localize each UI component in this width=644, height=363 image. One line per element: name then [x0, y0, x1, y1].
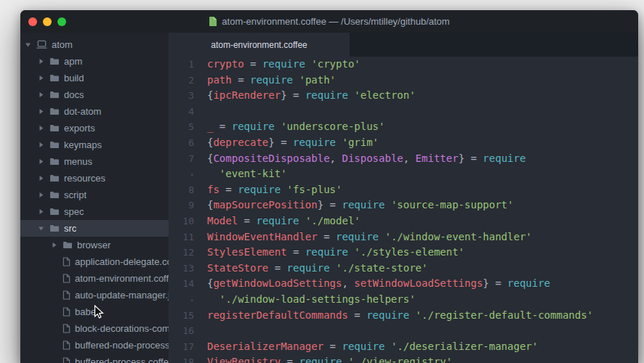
tab-bar: atom-environment.coffee	[169, 33, 638, 57]
line-number: 7	[169, 151, 194, 167]
code-text: registerDefaultCommands = require './reg…	[194, 308, 593, 324]
code-line[interactable]: 2path = require 'path'	[169, 73, 638, 89]
chevron-right-icon[interactable]	[38, 91, 49, 98]
line-number: 10	[169, 213, 194, 229]
minimize-button[interactable]	[43, 17, 52, 26]
tree-item-menus[interactable]: menus	[20, 153, 169, 170]
tree-item-script[interactable]: script	[20, 187, 169, 203]
code-line[interactable]: 4	[169, 104, 638, 120]
tree-item-atom-environment.coffe[interactable]: atom-environment.coffe	[20, 270, 169, 287]
tree-item-label: buffered-process.coffe	[75, 356, 169, 363]
chevron-right-icon[interactable]	[51, 242, 63, 248]
tree-item-buffered-node-process[interactable]: buffered-node-process	[20, 337, 169, 354]
code-line[interactable]: • 'event-kit'	[169, 166, 638, 182]
chevron-right-icon[interactable]	[38, 175, 49, 182]
code-line[interactable]: 15registerDefaultCommands = require './r…	[169, 308, 638, 324]
folder-icon	[63, 241, 73, 249]
folder-icon	[49, 141, 60, 149]
file-icon	[63, 307, 71, 317]
code-line[interactable]: 3{ipcRenderer} = require 'electron'	[169, 88, 638, 104]
line-number: 1	[169, 57, 194, 73]
tree-item-dot-atom[interactable]: dot-atom	[20, 103, 169, 120]
tree-item-spec[interactable]: spec	[20, 203, 169, 220]
code-text: {mapSourcePosition} = require 'source-ma…	[194, 197, 513, 213]
chevron-right-icon[interactable]	[38, 75, 49, 81]
code-text: _ = require 'underscore-plus'	[194, 119, 385, 135]
code-line[interactable]: 5_ = require 'underscore-plus'	[169, 119, 638, 135]
file-icon	[63, 324, 71, 333]
tab-atom-environment-coffee[interactable]: atom-environment.coffee	[169, 33, 350, 57]
tree-item-application-delegate.co[interactable]: application-delegate.co	[20, 253, 169, 270]
code-text: 'event-kit'	[194, 166, 287, 182]
file-icon	[63, 357, 71, 363]
chevron-down-icon[interactable]	[38, 225, 49, 232]
tree-item-docs[interactable]: docs	[20, 86, 169, 103]
tree-item-label: script	[64, 189, 86, 200]
code-text: fs = require 'fs-plus'	[194, 182, 342, 198]
window-title: atom-environment.coffee — /Users/mtilley…	[222, 16, 449, 27]
tree-item-label: buffered-node-process	[75, 340, 169, 351]
code-line[interactable]: 16	[169, 323, 638, 339]
code-text: {ipcRenderer} = require 'electron'	[194, 88, 416, 104]
tree-item-build[interactable]: build	[20, 70, 169, 86]
code-line[interactable]: 12StylesElement = require './styles-elem…	[169, 245, 638, 261]
tree-item-browser[interactable]: browser	[20, 237, 169, 253]
line-number: 14	[169, 276, 194, 292]
tree-item-label: atom-environment.coffe	[75, 273, 169, 284]
code-line[interactable]: 11WindowEventHandler = require './window…	[169, 229, 638, 245]
editor[interactable]: 1crypto = require 'crypto'2path = requir…	[169, 57, 638, 363]
device-icon	[36, 40, 47, 49]
tree-item-keymaps[interactable]: keymaps	[20, 136, 169, 153]
code-text: crypto = require 'crypto'	[194, 57, 361, 73]
tree-item-label: apm	[64, 56, 82, 67]
line-number: 13	[169, 261, 194, 277]
chevron-right-icon[interactable]	[38, 142, 49, 148]
code-line[interactable]: 7{CompositeDisposable, Disposable, Emitt…	[169, 151, 638, 167]
code-line[interactable]: 8fs = require 'fs-plus'	[169, 182, 638, 198]
code-text: path = require 'path'	[194, 73, 336, 89]
chevron-right-icon[interactable]	[38, 158, 49, 165]
chevron-right-icon[interactable]	[38, 108, 49, 115]
wrap-bullet: •	[169, 293, 194, 309]
chevron-right-icon[interactable]	[38, 58, 49, 65]
tab-label: atom-environment.coffee	[211, 40, 307, 50]
code-line[interactable]: 17DeserializerManager = require './deser…	[169, 339, 638, 355]
chevron-down-icon[interactable]	[25, 41, 36, 48]
tree-item-exports[interactable]: exports	[20, 120, 169, 136]
title-bar[interactable]: atom-environment.coffee — /Users/mtilley…	[20, 10, 638, 33]
line-number: 8	[169, 182, 194, 198]
code-line[interactable]: 14{getWindowLoadSettings, setWindowLoadS…	[169, 276, 638, 292]
file-icon	[63, 274, 71, 283]
tree-item-auto-update-manager.js[interactable]: auto-update-manager.js	[20, 287, 169, 303]
line-number: 11	[169, 229, 194, 245]
zoom-button[interactable]	[57, 17, 66, 26]
close-button[interactable]	[28, 17, 37, 26]
tree-item-label: atom	[52, 39, 73, 50]
line-number: 9	[169, 197, 194, 213]
tree-item-atom[interactable]: atom	[20, 36, 169, 53]
code-text: Model = require './model'	[194, 213, 361, 229]
folder-icon	[49, 224, 60, 232]
code-line[interactable]: 18ViewRegistry = require './view-registr…	[169, 354, 638, 363]
code-line[interactable]: 6{deprecate} = require 'grim'	[169, 135, 638, 151]
code-line[interactable]: 9{mapSourcePosition} = require 'source-m…	[169, 197, 638, 213]
code-text: StylesElement = require './styles-elemen…	[194, 245, 464, 261]
atom-window: atom-environment.coffee — /Users/mtilley…	[20, 10, 638, 363]
code-line[interactable]: • './window-load-settings-helpers'	[169, 292, 638, 308]
code-line[interactable]: 13StateStore = require './state-store'	[169, 261, 638, 277]
line-number: 2	[169, 73, 194, 89]
chevron-right-icon[interactable]	[38, 125, 49, 131]
folder-icon	[49, 124, 60, 132]
mouse-cursor	[94, 305, 105, 323]
tree-item-label: application-delegate.co	[75, 256, 169, 267]
code-line[interactable]: 1crypto = require 'crypto'	[169, 57, 638, 73]
code-text: DeserializerManager = require './deseria…	[194, 339, 538, 355]
code-line[interactable]: 10Model = require './model'	[169, 213, 638, 229]
line-number: 18	[169, 354, 194, 363]
chevron-right-icon[interactable]	[38, 208, 49, 215]
tree-item-src[interactable]: src	[20, 220, 169, 237]
tree-item-apm[interactable]: apm	[20, 53, 169, 70]
chevron-right-icon[interactable]	[38, 192, 49, 198]
tree-item-buffered-process.coffe[interactable]: buffered-process.coffe	[20, 354, 169, 363]
tree-item-resources[interactable]: resources	[20, 170, 169, 187]
